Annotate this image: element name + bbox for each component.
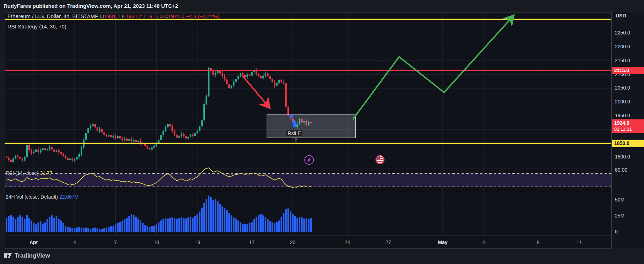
time-tick-label: 24 xyxy=(337,239,358,245)
ohlc-open-value: 1931.2 xyxy=(104,13,120,19)
rsi-tick-label: 80.00 xyxy=(615,167,627,173)
level-price-badge: 1850.0 xyxy=(612,140,644,147)
chart-legend: Ethereum / U.S. Dollar, 4h, BITSTAMP O19… xyxy=(7,14,219,29)
ohlc-close-value: 1924.0 xyxy=(168,13,184,19)
price-tick-label: 2250.0 xyxy=(615,30,630,36)
time-tick-label: May xyxy=(432,239,453,245)
volume-value: 22.067M xyxy=(59,194,78,200)
volume-tick-label: 25M xyxy=(615,213,624,219)
time-tick-label: Apr xyxy=(23,239,44,245)
ohlc-change: −4.3 (−0.22%) xyxy=(186,13,219,19)
symbol-name: Ethereum / U.S. Dollar, 4h, BITSTAMP xyxy=(7,13,98,19)
volume-tick-label: 50M xyxy=(615,197,624,203)
time-tick-label: 4 xyxy=(64,239,85,245)
currency-label: USD xyxy=(616,13,626,18)
time-tick-label: 8 xyxy=(528,239,549,245)
tradingview-published-chart: RudyFares published on TradingView.com, … xyxy=(0,0,644,264)
rsi-indicator-label: RSI (14, close) 31.77 xyxy=(6,170,53,176)
time-tick-label: 27 xyxy=(377,239,399,245)
time-tick-label: 4 xyxy=(473,239,494,245)
chart-plot-background xyxy=(5,12,612,249)
time-tick-label: 20 xyxy=(282,239,304,245)
trade-marker-label: RsiLE xyxy=(286,130,302,136)
tradingview-brand-text: TradingView xyxy=(15,252,50,259)
volume-tick-label: 0 xyxy=(615,229,618,235)
published-header: RudyFares published on TradingView.com, … xyxy=(4,3,178,9)
level-price-badge: 2115.0 xyxy=(612,67,644,74)
axis-separator xyxy=(613,22,642,22)
price-tick-label: 2000.0 xyxy=(615,99,630,104)
price-tick-label: 2050.0 xyxy=(615,85,630,91)
tradingview-brand-link[interactable]: TradingView xyxy=(4,252,50,259)
time-tick-label: 17 xyxy=(241,239,262,245)
tradingview-logo-icon xyxy=(4,253,12,259)
price-tick-label: 2200.0 xyxy=(615,44,630,49)
time-tick-label: 11 xyxy=(568,239,590,245)
trade-marker-qty: +2 xyxy=(292,137,297,142)
ohlc-high-value: 1931.2 xyxy=(126,13,142,19)
ohlc-open-label: O xyxy=(100,13,104,19)
symbol-title: Ethereum / U.S. Dollar, 4h, BITSTAMP O19… xyxy=(7,14,219,19)
price-tick-label: 1800.0 xyxy=(615,154,630,160)
ohlc-low-value: 1916.3 xyxy=(146,13,163,19)
strategy-title: RSI Strategy (14, 30, 70) xyxy=(7,24,219,29)
price-tick-label: 2150.0 xyxy=(615,58,630,63)
ohlc-close-label: C xyxy=(164,13,168,19)
time-tick-label: 13 xyxy=(187,239,208,245)
rsi-value: 31.77 xyxy=(40,170,52,176)
countdown-timer: 02:11:21 xyxy=(614,126,644,132)
ohlc-high-label: H xyxy=(122,13,126,19)
time-tick-label: 10 xyxy=(146,239,167,245)
last-price-badge: 1924.002:11:21 xyxy=(612,119,644,133)
price-tick-label: 1950.0 xyxy=(615,113,630,118)
volume-indicator-label: 24H Vol (close, Default) 22.067M xyxy=(6,194,78,200)
time-tick-label: 7 xyxy=(105,239,126,245)
